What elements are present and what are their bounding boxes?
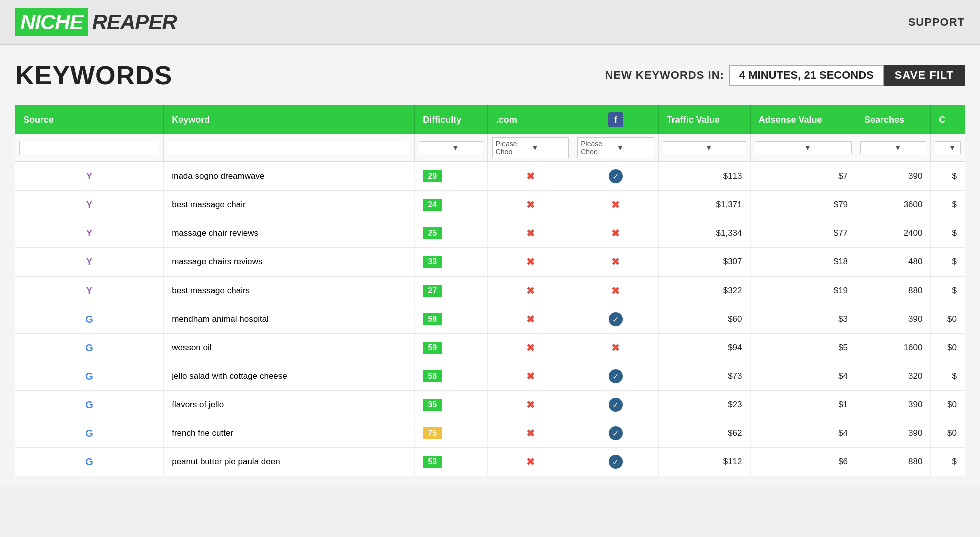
check-circle-icon: ✓ — [609, 426, 623, 440]
cell-com: ✖ — [487, 277, 573, 305]
col-searches: Searches — [856, 105, 931, 134]
cell-com: ✖ — [487, 191, 573, 219]
keywords-bar: KEYWORDS NEW KEYWORDS IN: 4 MINUTES, 21 … — [15, 55, 965, 95]
filter-cost[interactable]: ▼ — [931, 134, 965, 162]
filter-adsense-dropdown[interactable]: ▼ — [755, 141, 852, 154]
x-icon: ✖ — [611, 256, 620, 267]
x-icon: ✖ — [526, 171, 535, 182]
cell-traffic-value: $60 — [658, 305, 750, 334]
cell-source: G — [15, 362, 164, 391]
cell-facebook: ✖ — [573, 219, 659, 248]
source-badge: Y — [81, 283, 97, 299]
x-icon: ✖ — [526, 199, 535, 210]
x-icon: ✖ — [526, 399, 535, 410]
difficulty-badge: 25 — [423, 227, 442, 239]
filter-cost-dropdown[interactable]: ▼ — [935, 141, 961, 154]
filter-row: ▼ Please Choo ▼ Please Choo ▼ — [15, 134, 965, 162]
save-filter-button[interactable]: SAVE FILT — [884, 65, 965, 86]
cell-com: ✖ — [487, 448, 573, 476]
support-link[interactable]: SUPPORT — [908, 16, 965, 29]
filter-traffic[interactable]: ▼ — [658, 134, 750, 162]
table-row: Gmendham animal hospital58✖✓$60$3390$0 — [15, 305, 965, 334]
logo-niche: NICHE — [15, 8, 88, 36]
x-icon: ✖ — [611, 285, 620, 296]
difficulty-badge: 59 — [423, 342, 442, 354]
filter-traffic-dropdown[interactable]: ▼ — [663, 141, 746, 154]
cell-facebook: ✓ — [573, 362, 659, 391]
cell-keyword: massage chairs reviews — [164, 248, 415, 277]
cell-searches: 390 — [856, 162, 931, 191]
cell-difficulty: 27 — [415, 277, 487, 305]
filter-com-dropdown[interactable]: Please Choo ▼ — [492, 137, 569, 158]
cell-searches: 880 — [856, 448, 931, 476]
cell-cost: $ — [931, 219, 965, 248]
cell-difficulty: 58 — [415, 362, 487, 391]
chevron-down-icon: ▼ — [705, 144, 742, 152]
logo-reaper: REAPER — [88, 8, 181, 36]
cell-traffic-value: $73 — [658, 362, 750, 391]
filter-source[interactable] — [15, 134, 164, 162]
cell-keyword: best massage chairs — [164, 277, 415, 305]
source-badge: G — [81, 454, 97, 470]
table-row: Gflavors of jello35✖✓$23$1390$0 — [15, 391, 965, 419]
filter-difficulty[interactable]: ▼ — [415, 134, 487, 162]
source-badge: G — [81, 311, 97, 327]
cell-searches: 3600 — [856, 191, 931, 219]
cell-searches: 480 — [856, 248, 931, 277]
x-icon: ✖ — [526, 314, 535, 325]
col-difficulty: Difficulty — [415, 105, 487, 134]
table-row: Gfrench frie cutter75✖✓$62$4390$0 — [15, 419, 965, 448]
col-com: .com — [487, 105, 573, 134]
difficulty-badge: 33 — [423, 256, 442, 268]
source-badge: Y — [81, 197, 97, 213]
cell-facebook: ✖ — [573, 191, 659, 219]
filter-keyword-input[interactable] — [168, 141, 410, 155]
cell-facebook: ✓ — [573, 448, 659, 476]
table-row: Ybest massage chair24✖✖$1,371$793600$ — [15, 191, 965, 219]
difficulty-badge: 35 — [423, 399, 442, 411]
cell-difficulty: 75 — [415, 419, 487, 448]
cell-difficulty: 58 — [415, 305, 487, 334]
chevron-down-icon: ▼ — [452, 144, 480, 152]
chevron-down-icon: ▼ — [617, 144, 651, 152]
cell-cost: $ — [931, 277, 965, 305]
filter-searches-dropdown[interactable]: ▼ — [860, 141, 926, 154]
cell-keyword: french frie cutter — [164, 419, 415, 448]
table-row: Ymassage chairs reviews33✖✖$307$18480$ — [15, 248, 965, 277]
filter-facebook[interactable]: Please Choo ▼ — [573, 134, 659, 162]
cell-cost: $ — [931, 162, 965, 191]
cell-searches: 1600 — [856, 334, 931, 362]
cell-com: ✖ — [487, 334, 573, 362]
filter-com[interactable]: Please Choo ▼ — [487, 134, 573, 162]
difficulty-badge: 58 — [423, 313, 442, 325]
cell-facebook: ✖ — [573, 248, 659, 277]
filter-source-input[interactable] — [19, 141, 159, 155]
cell-traffic-value: $113 — [658, 162, 750, 191]
cell-keyword: inada sogno dreamwave — [164, 162, 415, 191]
filter-keyword[interactable] — [164, 134, 415, 162]
filter-searches[interactable]: ▼ — [856, 134, 931, 162]
cell-searches: 390 — [856, 305, 931, 334]
cell-difficulty: 24 — [415, 191, 487, 219]
check-circle-icon: ✓ — [609, 455, 623, 469]
table-row: Ybest massage chairs27✖✖$322$19880$ — [15, 277, 965, 305]
x-icon: ✖ — [526, 228, 535, 239]
cell-adsense-value: $4 — [750, 419, 856, 448]
timer-label: NEW KEYWORDS IN: — [605, 69, 724, 82]
cell-searches: 320 — [856, 362, 931, 391]
cell-adsense-value: $5 — [750, 334, 856, 362]
cell-adsense-value: $3 — [750, 305, 856, 334]
cell-searches: 880 — [856, 277, 931, 305]
difficulty-badge: 27 — [423, 285, 442, 297]
cell-adsense-value: $4 — [750, 362, 856, 391]
cell-difficulty: 33 — [415, 248, 487, 277]
cell-cost: $0 — [931, 391, 965, 419]
filter-adsense[interactable]: ▼ — [750, 134, 856, 162]
chevron-down-icon: ▼ — [894, 144, 923, 152]
cell-cost: $0 — [931, 305, 965, 334]
cell-keyword: jello salad with cottage cheese — [164, 362, 415, 391]
cell-keyword: peanut butter pie paula deen — [164, 448, 415, 476]
filter-facebook-dropdown[interactable]: Please Choo ▼ — [577, 137, 654, 158]
filter-difficulty-dropdown[interactable]: ▼ — [419, 141, 483, 154]
cell-traffic-value: $23 — [658, 391, 750, 419]
